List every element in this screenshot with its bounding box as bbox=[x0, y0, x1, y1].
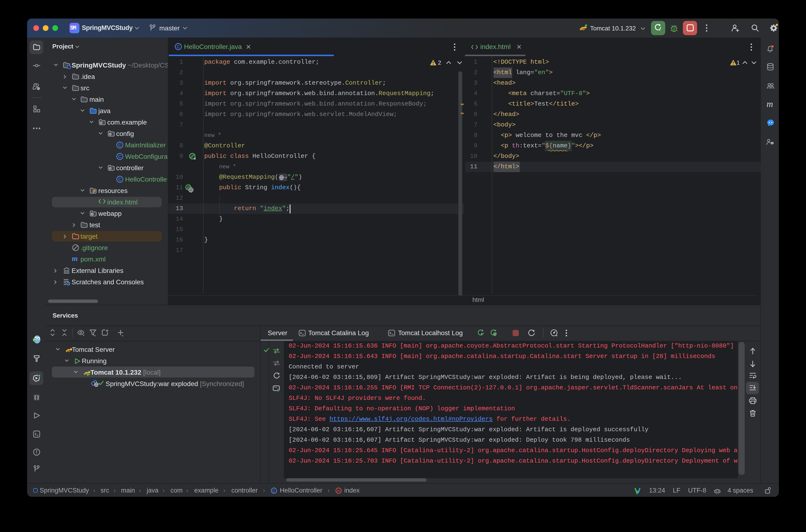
svg-text:C: C bbox=[273, 489, 275, 493]
svg-text:?: ? bbox=[38, 87, 39, 90]
svg-text:m: m bbox=[337, 489, 340, 493]
